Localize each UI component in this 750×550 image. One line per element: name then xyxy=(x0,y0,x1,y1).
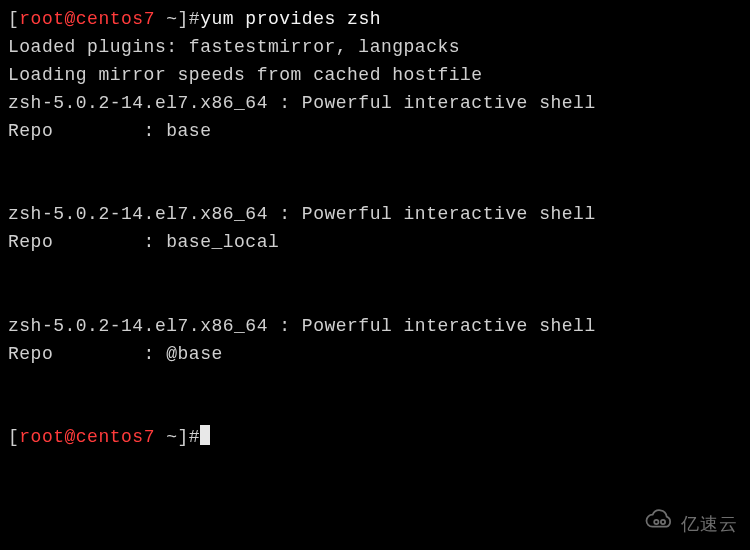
user-host: root@centos7 xyxy=(19,9,155,29)
watermark-text: 亿速云 xyxy=(681,511,738,539)
svg-point-0 xyxy=(654,520,658,524)
command-text: yum provides zsh xyxy=(200,9,381,29)
bracket-open: [ xyxy=(8,9,19,29)
prompt-path: ~ xyxy=(155,427,178,447)
prompt-line-1: [root@centos7 ~]#yum provides zsh xyxy=(8,6,742,34)
svg-point-1 xyxy=(661,520,665,524)
blank-line xyxy=(8,369,742,397)
blank-line xyxy=(8,145,742,173)
blank-line xyxy=(8,173,742,201)
output-repo-1: Repo : base xyxy=(8,118,742,146)
bracket-close: ]# xyxy=(178,9,201,29)
blank-line xyxy=(8,285,742,313)
output-pkg-1: zsh-5.0.2-14.el7.x86_64 : Powerful inter… xyxy=(8,90,742,118)
bracket-open: [ xyxy=(8,427,19,447)
prompt-path: ~ xyxy=(155,9,178,29)
output-repo-2: Repo : base_local xyxy=(8,229,742,257)
output-pkg-2: zsh-5.0.2-14.el7.x86_64 : Powerful inter… xyxy=(8,201,742,229)
output-loaded-plugins: Loaded plugins: fastestmirror, langpacks xyxy=(8,34,742,62)
output-repo-3: Repo : @base xyxy=(8,341,742,369)
user-host: root@centos7 xyxy=(19,427,155,447)
watermark: 亿速云 xyxy=(643,509,738,540)
bracket-close: ]# xyxy=(178,427,201,447)
output-pkg-3: zsh-5.0.2-14.el7.x86_64 : Powerful inter… xyxy=(8,313,742,341)
cloud-icon xyxy=(643,509,675,540)
cursor-icon xyxy=(200,425,210,445)
blank-line xyxy=(8,257,742,285)
prompt-line-2[interactable]: [root@centos7 ~]# xyxy=(8,424,742,452)
blank-line xyxy=(8,396,742,424)
output-loading-mirror: Loading mirror speeds from cached hostfi… xyxy=(8,62,742,90)
